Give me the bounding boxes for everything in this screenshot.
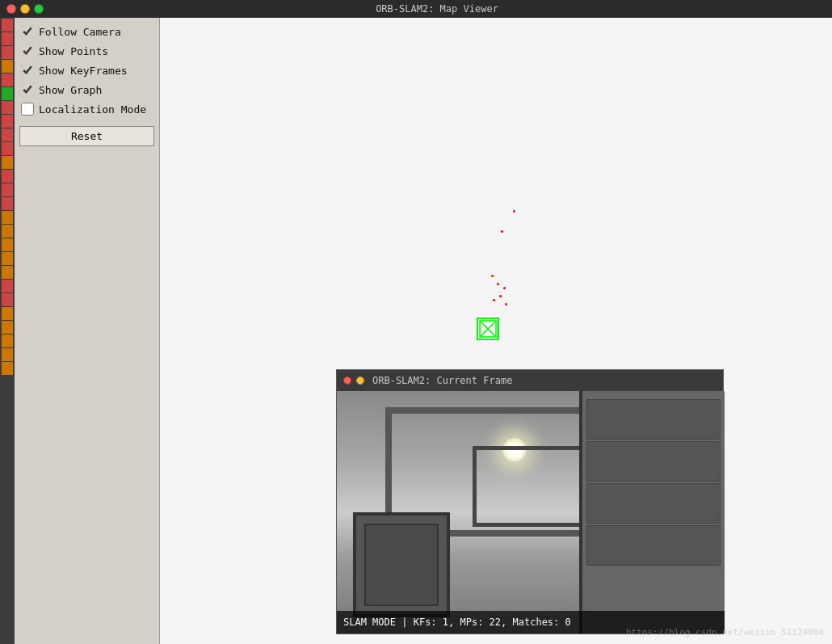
map-point [491,275,494,277]
map-point [493,299,495,301]
cabinet-shelf [586,483,721,524]
strip-item [2,225,13,238]
watermark: https://blog.csdn.net/weixin_51124984 [626,627,824,638]
show-keyframes-row[interactable]: Show KeyFrames [19,61,154,79]
reset-button[interactable]: Reset [19,126,154,146]
strip-item [2,362,13,375]
strip-item [2,115,13,128]
localization-mode-row[interactable]: Localization Mode [19,100,154,118]
show-graph-row[interactable]: Show Graph [19,81,154,99]
frame-content: SLAM MODE | KFs: 1, MPs: 22, Matches: 0 [337,391,725,633]
strip-item-orange [2,60,13,73]
show-points-checkbox[interactable] [21,44,34,57]
strip-item [2,266,13,279]
frame-title: ORB-SLAM2: Current Frame [372,375,512,386]
camera-icon [477,318,499,340]
show-points-row[interactable]: Show Points [19,42,154,60]
cabinet-shelf [586,525,721,566]
frame-min-button[interactable] [356,377,364,385]
minimize-button[interactable] [20,4,30,14]
cabinet-shelf [586,399,721,440]
camera-feed [337,391,725,633]
strip-item [2,307,13,320]
strip-item [2,335,13,347]
strip-item [2,101,13,114]
strip-item [2,280,13,293]
strip-item [2,321,13,334]
localization-mode-checkbox[interactable] [21,103,34,116]
cabinet [579,391,725,633]
strip-item [2,211,13,224]
follow-camera-checkbox[interactable] [21,25,34,38]
strip-item [2,128,13,141]
map-point [501,230,503,233]
strip-item [2,74,13,86]
strip-item [2,183,13,196]
close-button[interactable] [6,4,16,14]
door-panel [364,524,439,606]
left-strip [0,18,15,644]
strip-item [2,348,13,361]
show-points-label: Show Points [39,45,108,57]
show-graph-checkbox[interactable] [21,83,34,96]
show-keyframes-checkbox[interactable] [21,64,34,77]
maximize-button[interactable] [34,4,44,14]
frame-title-bar: ORB-SLAM2: Current Frame [337,370,723,391]
strip-item [2,142,13,155]
strip-item [2,238,13,251]
follow-camera-row[interactable]: Follow Camera [19,23,154,40]
strip-item [2,197,13,210]
follow-camera-label: Follow Camera [39,26,121,38]
strip-item-green [2,87,13,100]
window-controls[interactable] [6,4,44,14]
strip-item [2,293,13,306]
map-point [499,295,502,297]
cabinet-shelf [586,441,721,482]
show-keyframes-label: Show KeyFrames [39,65,128,77]
map-point [497,283,499,285]
control-panel: Follow Camera Show Points Show KeyFrames… [15,18,160,644]
strip-item [2,170,13,183]
door [353,512,450,617]
strip-item [2,46,13,59]
map-point [513,210,515,213]
status-text: SLAM MODE | KFs: 1, MPs: 22, Matches: 0 [343,617,571,628]
strip-item [2,252,13,265]
frame-window: ORB-SLAM2: Current Frame [336,369,724,634]
show-graph-label: Show Graph [39,84,102,96]
map-area[interactable]: ORB-SLAM2: Current Frame [160,18,832,644]
frame-close-button[interactable] [343,377,351,385]
strip-item [2,32,13,45]
title-bar: ORB-SLAM2: Map Viewer [0,0,832,18]
map-point [505,303,507,305]
strip-item [2,156,13,169]
map-point [503,287,506,289]
localization-mode-label: Localization Mode [39,103,146,116]
main-layout: Follow Camera Show Points Show KeyFrames… [0,18,832,644]
strip-item [2,19,13,32]
window-title: ORB-SLAM2: Map Viewer [48,3,826,15]
